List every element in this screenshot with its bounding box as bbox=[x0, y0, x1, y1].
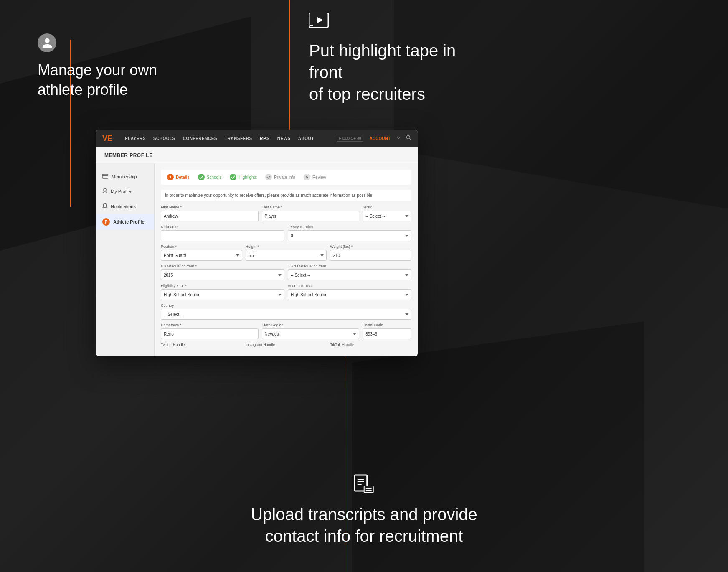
nickname-input[interactable] bbox=[161, 230, 284, 241]
sidebar-athlete-profile-label: Athlete Profile bbox=[113, 219, 145, 224]
height-select[interactable]: 6'5" bbox=[246, 250, 327, 261]
eligibility-select[interactable]: High School Senior bbox=[161, 289, 284, 300]
sidebar-myprofile-label: My Profile bbox=[111, 189, 131, 194]
form-group-eligibility: Eligibility Year * High School Senior bbox=[161, 284, 284, 300]
postal-label: Postal Code bbox=[363, 323, 411, 327]
instagram-label: Instagram Handle bbox=[246, 343, 327, 347]
left-section: Manage your own athlete profile bbox=[38, 33, 157, 100]
hs-grad-select[interactable]: 2015 bbox=[161, 269, 284, 280]
sidebar: Membership My Profile No bbox=[96, 163, 155, 356]
form-row-grad: HS Graduation Year * 2015 JUCO Graduatio… bbox=[161, 264, 411, 280]
sidebar-item-membership[interactable]: Membership bbox=[96, 170, 154, 184]
sidebar-notifications-label: Notifications bbox=[111, 204, 136, 209]
bottom-section: Upload transcripts and provide contact i… bbox=[251, 474, 477, 547]
form-group-state: State/Region Nevada bbox=[262, 323, 360, 339]
postal-input[interactable] bbox=[363, 328, 411, 339]
form-group-weight: Weight (lbs) * bbox=[330, 244, 411, 261]
step-1-label: Details bbox=[176, 175, 190, 180]
nav-items: PLAYERS SCHOOLS CONFERENCES TRANSFERS RP… bbox=[125, 136, 329, 141]
top-right-heading: Put highlight tape in front of top recru… bbox=[309, 40, 482, 105]
suffix-select[interactable]: -- Select -- bbox=[363, 211, 411, 221]
sidebar-membership-label: Membership bbox=[112, 174, 137, 179]
step-5-label: Review bbox=[312, 175, 326, 180]
weight-input[interactable] bbox=[330, 250, 411, 261]
first-name-input[interactable] bbox=[161, 211, 259, 221]
svg-point-14 bbox=[104, 188, 106, 191]
member-profile-title: MEMBER PROFILE bbox=[104, 153, 153, 158]
nav-schools[interactable]: SCHOOLS bbox=[153, 136, 175, 141]
nav-right: FIELD OF 48 ACCOUNT ? bbox=[337, 135, 411, 142]
last-name-input[interactable] bbox=[262, 211, 360, 221]
svg-line-11 bbox=[410, 139, 411, 140]
eligibility-label: Eligibility Year * bbox=[161, 284, 284, 288]
nav-transfers[interactable]: TRANSFERS bbox=[225, 136, 252, 141]
jersey-select[interactable]: 0 bbox=[288, 230, 411, 241]
search-icon[interactable] bbox=[406, 135, 411, 142]
svg-point-10 bbox=[407, 136, 410, 139]
bell-icon bbox=[102, 203, 107, 210]
nickname-label: Nickname bbox=[161, 225, 284, 229]
help-icon[interactable]: ? bbox=[397, 135, 400, 142]
jersey-label: Jersey Number bbox=[288, 225, 411, 229]
twitter-label: Twitter Handle bbox=[161, 343, 242, 347]
nav-logo: VE bbox=[102, 134, 112, 143]
form-group-country: Country -- Select -- bbox=[161, 303, 411, 320]
tiktok-label: TikTok Handle bbox=[330, 343, 411, 347]
sidebar-item-athlete-profile[interactable]: P Athlete Profile bbox=[96, 214, 154, 230]
sidebar-item-myprofile[interactable]: My Profile bbox=[96, 184, 154, 199]
svg-rect-7 bbox=[364, 486, 373, 493]
form-group-firstname: First Name * bbox=[161, 205, 259, 221]
bottom-heading: Upload transcripts and provide contact i… bbox=[251, 503, 477, 547]
nav-rps[interactable]: RPS bbox=[260, 136, 270, 141]
hs-grad-label: HS Graduation Year * bbox=[161, 264, 284, 268]
nav-players[interactable]: PLAYERS bbox=[125, 136, 146, 141]
svg-rect-2 bbox=[310, 25, 313, 26]
step-2-label: Schools bbox=[207, 175, 222, 180]
nav-about[interactable]: ABOUT bbox=[298, 136, 314, 141]
state-label: State/Region bbox=[262, 323, 360, 327]
form-group-instagram: Instagram Handle bbox=[246, 343, 327, 347]
hometown-input[interactable] bbox=[161, 328, 259, 339]
svg-marker-1 bbox=[317, 17, 323, 23]
athlete-active-dot: P bbox=[102, 218, 110, 226]
sidebar-item-notifications[interactable]: Notifications bbox=[96, 199, 154, 214]
form-group-twitter: Twitter Handle bbox=[161, 343, 242, 347]
step-1-num: 1 bbox=[167, 174, 174, 180]
academic-label: Academic Year bbox=[288, 284, 411, 288]
form-row-eligibility: Eligibility Year * High School Senior Ac… bbox=[161, 284, 411, 300]
member-profile-header: MEMBER PROFILE bbox=[96, 147, 418, 163]
form-group-jersey: Jersey Number 0 bbox=[288, 225, 411, 241]
juco-grad-select[interactable]: -- Select -- bbox=[288, 269, 411, 280]
form-group-postal: Postal Code bbox=[363, 323, 411, 339]
nav-conferences[interactable]: CONFERENCES bbox=[183, 136, 217, 141]
step-highlights: Highlights bbox=[230, 174, 265, 180]
form-row-location: Hometown * State/Region Nevada Postal Co… bbox=[161, 323, 411, 339]
form-area: 1 Details Schools Highlights bbox=[155, 163, 418, 356]
nav-account[interactable]: ACCOUNT bbox=[370, 136, 391, 141]
form-group-height: Height * 6'5" bbox=[246, 244, 327, 261]
weight-label: Weight (lbs) * bbox=[330, 244, 411, 249]
step-details: 1 Details bbox=[167, 174, 198, 180]
academic-select[interactable]: High School Senior bbox=[288, 289, 411, 300]
form-group-position: Position * Point Guard bbox=[161, 244, 242, 261]
nav-bar: VE PLAYERS SCHOOLS CONFERENCES TRANSFERS… bbox=[96, 130, 418, 147]
form-row-nickname: Nickname Jersey Number 0 bbox=[161, 225, 411, 241]
height-label: Height * bbox=[246, 244, 327, 249]
step-private-info: Private Info bbox=[265, 174, 304, 180]
top-right-section: Put highlight tape in front of top recru… bbox=[309, 13, 482, 105]
form-group-nickname: Nickname bbox=[161, 225, 284, 241]
form-row-physical: Position * Point Guard Height * 6'5" Wei… bbox=[161, 244, 411, 261]
country-select[interactable]: -- Select -- bbox=[161, 309, 411, 320]
form-group-suffix: Suffix -- Select -- bbox=[363, 205, 411, 221]
form-info-text: In order to maximize your opportunity to… bbox=[161, 190, 411, 201]
state-select[interactable]: Nevada bbox=[262, 328, 360, 339]
position-select[interactable]: Point Guard bbox=[161, 250, 242, 261]
person-icon bbox=[38, 33, 56, 52]
svg-rect-12 bbox=[102, 174, 108, 178]
step-3-label: Highlights bbox=[238, 175, 257, 180]
step-4-num bbox=[265, 174, 272, 180]
browser-container: VE PLAYERS SCHOOLS CONFERENCES TRANSFERS… bbox=[96, 130, 418, 356]
main-content: Membership My Profile No bbox=[96, 163, 418, 356]
form-row-country: Country -- Select -- bbox=[161, 303, 411, 320]
nav-news[interactable]: NEWS bbox=[277, 136, 291, 141]
